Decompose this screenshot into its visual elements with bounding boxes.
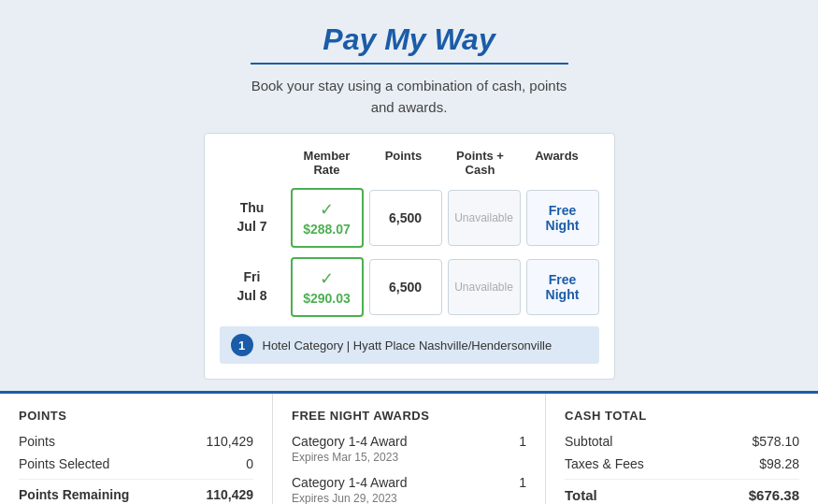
points-row-0: Points 110,429 <box>19 434 253 449</box>
unavailable-label-2: Unavailable <box>454 281 513 294</box>
taxes-label: Taxes & Fees <box>565 456 644 471</box>
header-section: Pay My Way Book your stay using a combin… <box>0 0 818 133</box>
bottom-panels: POINTS Points 110,429 Points Selected 0 … <box>0 391 818 504</box>
points-cell-2[interactable]: 6,500 <box>369 259 442 315</box>
cash-panel: CASH TOTAL Subtotal $578.10 Taxes & Fees… <box>546 394 818 504</box>
taxes-value: $98.28 <box>759 456 799 471</box>
subtotal-value: $578.10 <box>752 434 799 449</box>
unavailable-label-1: Unavailable <box>454 211 513 224</box>
points-value-1: 6,500 <box>389 210 422 225</box>
member-rate-cell-2[interactable]: ✓ $290.03 <box>291 257 364 317</box>
free-night-label-1: Free Night <box>533 203 593 233</box>
awards-panel-title: FREE NIGHT AWARDS <box>292 409 526 423</box>
points-panel-title: POINTS <box>19 409 253 423</box>
award-name-0: Category 1-4 Award <box>292 434 407 449</box>
category-badge: 1 <box>231 334 253 356</box>
total-value: $676.38 <box>749 487 799 503</box>
category-text: Hotel Category | Hyatt Place Nashville/H… <box>263 338 553 353</box>
day-label-2: Fri Jul 8 <box>220 268 285 305</box>
points-value-0: 110,429 <box>206 434 253 449</box>
checkmark-icon-1: ✓ <box>320 199 334 220</box>
subtitle: Book your stay using a combination of ca… <box>19 76 799 118</box>
award-expiry-1: Expires Jun 29, 2023 <box>292 492 407 504</box>
points-row-1: Points Selected 0 <box>19 456 253 471</box>
total-row: Total $676.38 <box>565 479 799 503</box>
awards-panel: FREE NIGHT AWARDS Category 1-4 Award Exp… <box>273 394 546 504</box>
table-row: Thu Jul 7 ✓ $288.07 6,500 Unavailable Fr… <box>220 188 599 248</box>
day-label: Thu Jul 7 <box>220 199 285 236</box>
award-cell-1[interactable]: Free Night <box>526 190 599 246</box>
cash-panel-title: CASH TOTAL <box>565 409 799 423</box>
col-points-cash: Points + Cash <box>442 145 519 180</box>
points-label-0: Points <box>19 434 55 449</box>
col-awards: Awards <box>519 145 596 180</box>
table-row: Fri Jul 8 ✓ $290.03 6,500 Unavailable Fr… <box>220 257 599 317</box>
points-label-2: Points Remaining <box>19 487 129 502</box>
award-info-0: Category 1-4 Award Expires Mar 15, 2023 <box>292 434 407 464</box>
subtotal-row: Subtotal $578.10 <box>565 434 799 449</box>
booking-header: Member Rate Points Points + Cash Awards <box>220 145 599 180</box>
award-info-1: Category 1-4 Award Expires Jun 29, 2023 <box>292 475 407 504</box>
points-value-2: 110,429 <box>206 487 253 502</box>
award-row-0: Category 1-4 Award Expires Mar 15, 2023 … <box>292 434 526 464</box>
points-label-1: Points Selected <box>19 456 109 471</box>
points-panel: POINTS Points 110,429 Points Selected 0 … <box>0 394 273 504</box>
points-cash-cell-2: Unavailable <box>448 259 521 315</box>
award-row-1: Category 1-4 Award Expires Jun 29, 2023 … <box>292 475 526 504</box>
free-night-label-2: Free Night <box>533 272 593 302</box>
category-row: 1 Hotel Category | Hyatt Place Nashville… <box>220 326 599 364</box>
col-points: Points <box>366 145 442 180</box>
award-expiry-0: Expires Mar 15, 2023 <box>292 451 407 464</box>
total-label: Total <box>565 487 597 503</box>
subtotal-label: Subtotal <box>565 434 612 449</box>
points-row-2: Points Remaining 110,429 <box>19 487 253 502</box>
award-count-0: 1 <box>519 434 526 449</box>
award-cell-2[interactable]: Free Night <box>526 259 599 315</box>
rate-price-2: $290.03 <box>303 291 351 306</box>
award-item-0: Category 1-4 Award Expires Mar 15, 2023 … <box>292 434 526 464</box>
taxes-row: Taxes & Fees $98.28 <box>565 456 799 471</box>
points-divider <box>19 479 253 480</box>
points-cell-1[interactable]: 6,500 <box>369 190 442 246</box>
award-name-1: Category 1-4 Award <box>292 475 407 490</box>
col-empty <box>223 145 289 180</box>
col-member-rate: Member Rate <box>289 145 366 180</box>
points-value-2: 6,500 <box>389 280 422 295</box>
points-cash-cell-1: Unavailable <box>448 190 521 246</box>
page-title: Pay My Way <box>19 22 799 57</box>
award-item-1: Category 1-4 Award Expires Jun 29, 2023 … <box>292 475 526 504</box>
points-value-1: 0 <box>246 456 253 471</box>
member-rate-cell-1[interactable]: ✓ $288.07 <box>291 188 364 248</box>
checkmark-icon-2: ✓ <box>320 268 334 289</box>
title-underline <box>251 63 568 65</box>
award-count-1: 1 <box>519 475 526 490</box>
booking-container: Member Rate Points Points + Cash Awards … <box>204 133 615 380</box>
rate-price-1: $288.07 <box>303 222 351 237</box>
